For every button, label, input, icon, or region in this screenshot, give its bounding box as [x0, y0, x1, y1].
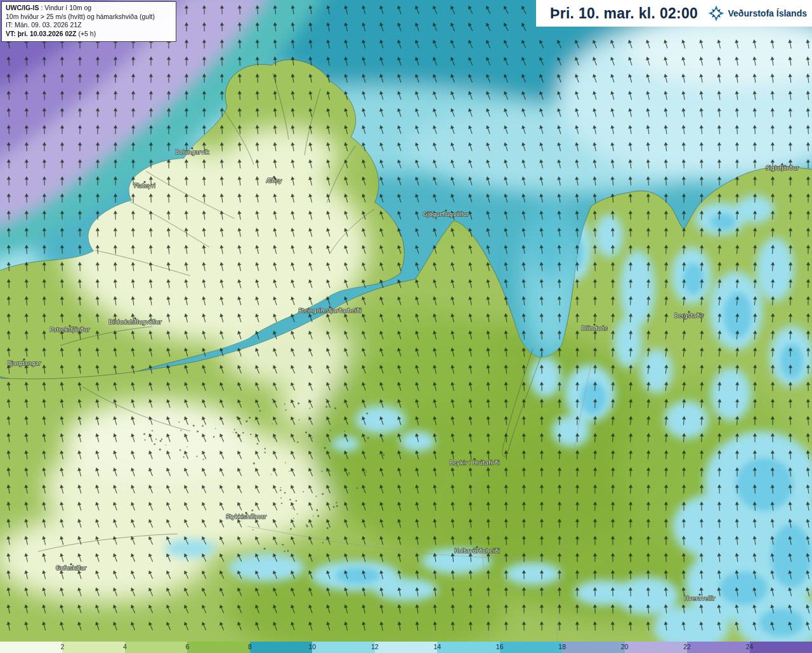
colorbar-tick: 4 — [123, 643, 127, 650]
colorbar-tick: 20 — [621, 643, 629, 650]
colorbar-tick: 10 — [308, 643, 316, 650]
place-label: Holtavörðuheiði — [454, 548, 499, 554]
place-label: Reykir í Hrútafirði — [450, 460, 500, 466]
vedurstofa-logo: Veðurstofa Íslands — [707, 4, 807, 22]
model-name: UWC/IG-IS — [6, 4, 39, 11]
colorbar-segment — [62, 642, 124, 653]
colorbar-segment — [187, 642, 249, 653]
place-label: Stykkishólmur — [226, 514, 266, 520]
place-label: Blönduós — [581, 325, 608, 332]
info-line-1-rest: : Vindur í 10m og — [39, 4, 92, 11]
place-label: Gjögurflugvöllur — [423, 211, 469, 217]
wind-map: BolungarvíkFlateyriÆðeyGjögurflugvöllurS… — [0, 0, 812, 642]
colorbar-tick: 14 — [433, 643, 441, 650]
place-label: Bíldudalsflugvöllur — [108, 319, 162, 325]
colorbar-segment — [0, 642, 62, 653]
colorbar-segment — [125, 642, 187, 653]
place-label: Bergstaðir — [674, 313, 704, 319]
place-label: Bolungarvík — [175, 149, 209, 155]
logo-text: Veðurstofa Íslands — [728, 8, 807, 18]
place-label: Patreksfjörður — [50, 326, 90, 333]
place-label: Hveravellir — [684, 595, 716, 602]
valid-time-rest: (+5 h) — [76, 30, 96, 37]
snowflake-logo-icon — [707, 4, 725, 22]
colorbar-segment — [250, 642, 312, 653]
info-line-2: 10m hviður > 25 m/s (hvítt) og hámarkshv… — [6, 13, 172, 22]
colorbar-tick: 18 — [558, 643, 566, 650]
colorbar-segment — [437, 642, 499, 653]
model-info-box: UWC/IG-IS : Vindur í 10m og 10m hviður >… — [1, 1, 176, 42]
place-label: Flateyri — [134, 183, 155, 189]
colorbar-segment — [375, 642, 437, 653]
wind-speed-colorbar: 24681012141618202224 — [0, 642, 812, 653]
place-label: Steingrímsfjarðarheiði — [298, 307, 362, 314]
colorbar-tick: 8 — [248, 643, 252, 650]
colorbar-segment — [562, 642, 624, 653]
colorbar-tick: 22 — [683, 643, 691, 650]
colorbar-segment — [500, 642, 562, 653]
place-label: Bjargtangar — [7, 360, 41, 366]
info-line-1: UWC/IG-IS : Vindur í 10m og — [6, 4, 172, 13]
header-bar: Þri. 10. mar. kl. 02:00 Veðurstofa Íslan… — [536, 0, 812, 27]
valid-time-label: Þri. 10. mar. kl. 02:00 — [550, 5, 698, 22]
colorbar-tick: 24 — [746, 643, 754, 650]
colorbar-tick: 12 — [371, 643, 379, 650]
place-label: Siglufjörður — [766, 165, 799, 171]
colorbar-segment — [312, 642, 374, 653]
place-label: Gufuskálar — [56, 565, 87, 571]
colorbar-tick: 16 — [496, 643, 504, 650]
valid-time-bold: VT: þri. 10.03.2026 02Z — [6, 30, 76, 37]
info-line-4: VT: þri. 10.03.2026 02Z (+5 h) — [6, 30, 172, 39]
weather-map-page: BolungarvíkFlateyriÆðeyGjögurflugvöllurS… — [0, 0, 812, 653]
colorbar-segment — [687, 642, 749, 653]
colorbar-segment — [750, 642, 812, 653]
colorbar-tick: 2 — [61, 643, 65, 650]
colorbar-tick: 6 — [185, 643, 189, 650]
info-line-3: IT: Mán. 09. 03. 2026 21Z — [6, 21, 172, 30]
place-label: Æðey — [266, 178, 282, 184]
colorbar-segment — [625, 642, 687, 653]
